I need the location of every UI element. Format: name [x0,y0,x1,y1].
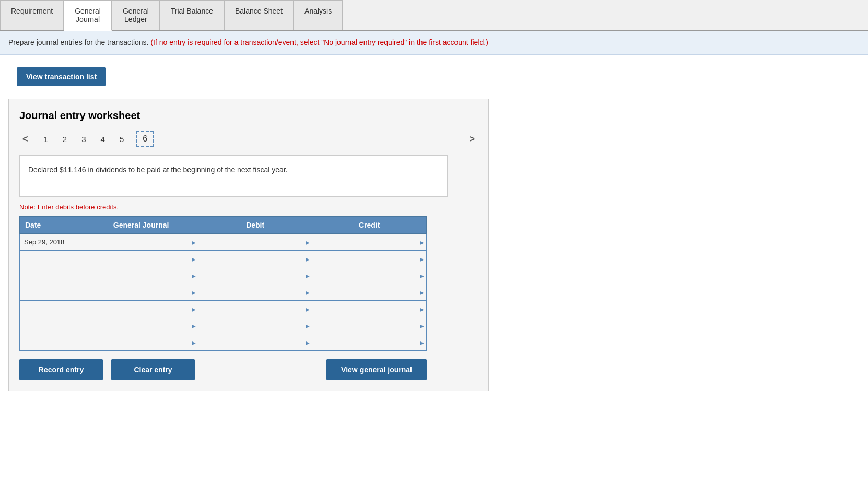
col-header-credit: Credit [312,217,427,234]
journal-cell-4[interactable] [84,284,198,301]
table-row: Sep 29, 2018 [20,234,427,251]
prev-page-button[interactable]: < [19,133,31,146]
date-cell-3 [20,267,84,284]
date-cell-1: Sep 29, 2018 [20,234,84,251]
credit-cell-5[interactable] [312,301,427,317]
journal-input-6[interactable] [84,317,198,334]
debit-cell-2[interactable] [198,251,312,267]
credit-cell-6[interactable] [312,317,427,334]
journal-cell-7[interactable] [84,334,198,351]
credit-input-2[interactable] [312,251,426,267]
date-cell-5 [20,301,84,317]
worksheet-title: Journal entry worksheet [19,110,478,122]
journal-cell-5[interactable] [84,301,198,317]
clear-entry-button[interactable]: Clear entry [111,359,195,380]
journal-input-3[interactable] [84,267,198,284]
page-4[interactable]: 4 [99,134,107,145]
credit-cell-1[interactable] [312,234,427,251]
view-transaction-area: View transaction list [8,61,860,92]
tab-balance-sheet[interactable]: Balance Sheet [224,0,294,30]
debit-cell-4[interactable] [198,284,312,301]
debit-input-1[interactable] [198,234,312,250]
debit-input-2[interactable] [198,251,312,267]
date-cell-2 [20,251,84,267]
debit-cell-3[interactable] [198,267,312,284]
debit-input-7[interactable] [198,334,312,350]
page-3[interactable]: 3 [79,134,88,145]
tab-general-ledger[interactable]: GeneralLedger [112,0,160,30]
debit-input-3[interactable] [198,267,312,284]
credit-input-7[interactable] [312,334,426,350]
view-general-journal-button[interactable]: View general journal [326,359,427,380]
table-row [20,334,427,351]
date-cell-6 [20,317,84,334]
debit-cell-7[interactable] [198,334,312,351]
journal-input-7[interactable] [84,334,198,350]
credit-input-3[interactable] [312,267,426,284]
journal-input-5[interactable] [84,301,198,317]
page-6[interactable]: 6 [136,131,154,147]
next-page-button[interactable]: > [466,133,478,146]
credit-input-5[interactable] [312,301,426,317]
journal-entry-table: Date General Journal Debit Credit Sep 29… [19,216,427,351]
credit-cell-4[interactable] [312,284,427,301]
journal-cell-1[interactable] [84,234,198,251]
page-navigation: < 1 2 3 4 5 6 > [19,131,478,147]
credit-input-1[interactable] [312,234,426,250]
view-transaction-button[interactable]: View transaction list [17,67,106,86]
journal-cell-6[interactable] [84,317,198,334]
journal-input-4[interactable] [84,284,198,300]
journal-input-1[interactable] [84,234,198,250]
debit-cell-6[interactable] [198,317,312,334]
debit-input-6[interactable] [198,317,312,334]
debit-input-4[interactable] [198,284,312,300]
credit-cell-3[interactable] [312,267,427,284]
date-cell-7 [20,334,84,351]
tab-bar: Requirement GeneralJournal GeneralLedger… [0,0,868,31]
transaction-description: Declared $11,146 in dividends to be paid… [19,155,448,197]
table-row [20,284,427,301]
debit-input-5[interactable] [198,301,312,317]
tab-requirement[interactable]: Requirement [0,0,64,30]
journal-cell-3[interactable] [84,267,198,284]
page-1[interactable]: 1 [42,134,50,145]
worksheet-container: Journal entry worksheet < 1 2 3 4 5 6 > … [8,99,489,391]
action-buttons-row: Record entry Clear entry View general jo… [19,359,427,380]
instruction-banner: Prepare journal entries for the transact… [0,31,868,55]
tab-analysis[interactable]: Analysis [294,0,343,30]
tab-general-journal[interactable]: GeneralJournal [64,0,112,31]
tab-trial-balance[interactable]: Trial Balance [160,0,224,30]
record-entry-button[interactable]: Record entry [19,359,103,380]
table-row [20,251,427,267]
table-row [20,267,427,284]
date-cell-4 [20,284,84,301]
credit-cell-2[interactable] [312,251,427,267]
col-header-debit: Debit [198,217,312,234]
credit-cell-7[interactable] [312,334,427,351]
journal-cell-2[interactable] [84,251,198,267]
page-5[interactable]: 5 [118,134,126,145]
page-2[interactable]: 2 [61,134,69,145]
entry-note: Note: Enter debits before credits. [19,203,478,211]
debit-cell-1[interactable] [198,234,312,251]
credit-input-6[interactable] [312,317,426,334]
col-header-general-journal: General Journal [84,217,198,234]
table-row [20,301,427,317]
debit-cell-5[interactable] [198,301,312,317]
col-header-date: Date [20,217,84,234]
journal-input-2[interactable] [84,251,198,267]
table-row [20,317,427,334]
credit-input-4[interactable] [312,284,426,300]
